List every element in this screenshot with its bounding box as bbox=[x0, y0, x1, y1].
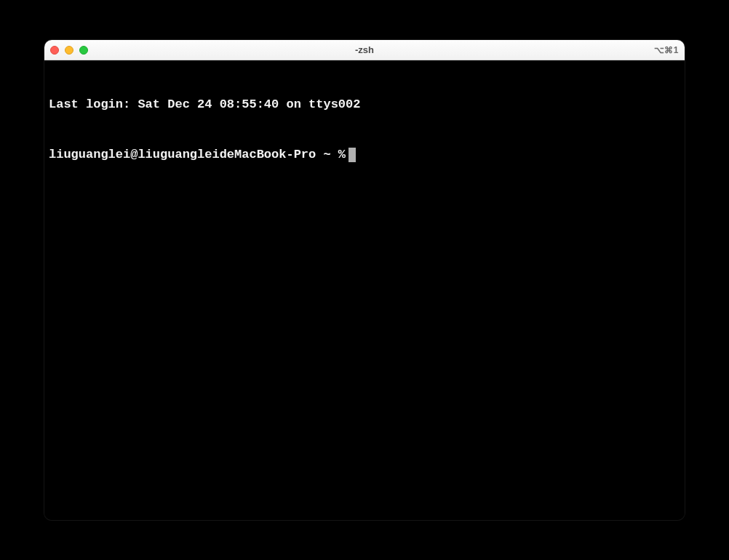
terminal-window: -zsh ⌥⌘1 Last login: Sat Dec 24 08:55:40… bbox=[44, 40, 685, 520]
zoom-button[interactable] bbox=[79, 46, 88, 55]
prompt-line: liuguanglei@liuguangleideMacBook-Pro ~ % bbox=[49, 147, 680, 164]
window-title: -zsh bbox=[44, 44, 685, 55]
window-shortcut: ⌥⌘1 bbox=[654, 45, 679, 55]
minimize-button[interactable] bbox=[65, 46, 73, 55]
prompt-text: liuguanglei@liuguangleideMacBook-Pro ~ % bbox=[49, 147, 346, 164]
traffic-lights bbox=[50, 46, 88, 55]
terminal-body[interactable]: Last login: Sat Dec 24 08:55:40 on ttys0… bbox=[44, 60, 685, 520]
title-bar[interactable]: -zsh ⌥⌘1 bbox=[44, 40, 685, 60]
cursor bbox=[348, 148, 356, 162]
close-button[interactable] bbox=[50, 46, 59, 55]
last-login-line: Last login: Sat Dec 24 08:55:40 on ttys0… bbox=[49, 97, 680, 113]
